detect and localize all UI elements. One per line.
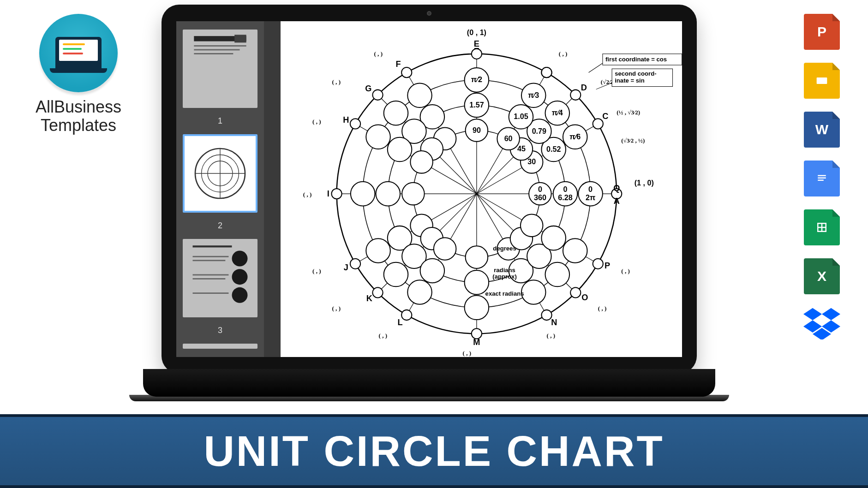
bubble-pi2: π⁄2 [471, 75, 482, 83]
bubble-d60: 60 [504, 134, 513, 143]
perimeter-J: J [344, 263, 348, 272]
svg-point-52 [372, 90, 383, 100]
legend-radians-approx: radians(approx) [492, 267, 517, 280]
svg-point-61 [593, 259, 603, 269]
perimeter-O: O [581, 293, 588, 302]
svg-point-60 [570, 287, 581, 298]
svg-point-70 [410, 151, 433, 173]
perimeter-E: E [474, 39, 479, 48]
laptop-mockup: 1 2 3 [143, 5, 715, 411]
perimeter-label-Q: Q [613, 184, 620, 193]
svg-point-94 [541, 226, 566, 250]
svg-rect-29 [193, 278, 226, 280]
svg-text:(  ,  ): ( , ) [547, 332, 556, 339]
legend-degrees: degrees [493, 245, 516, 252]
svg-point-107 [465, 296, 489, 320]
svg-point-44 [593, 119, 603, 129]
svg-rect-2 [818, 178, 826, 179]
svg-point-108 [521, 280, 546, 304]
bubble-d90: 90 [473, 126, 481, 134]
svg-point-86 [388, 137, 412, 162]
page-title: UNIT CIRCLE CHART [204, 427, 664, 476]
perimeter-F: F [395, 60, 401, 69]
svg-point-51 [401, 67, 412, 77]
svg-point-109 [545, 262, 570, 287]
laptop-screen: 1 2 3 [176, 21, 682, 357]
bubble-r105: 1.05 [514, 112, 528, 120]
svg-point-53 [350, 119, 360, 129]
svg-point-104 [366, 238, 390, 263]
bubble-r052: 0.52 [546, 145, 561, 153]
svg-point-103 [351, 182, 375, 206]
svg-text:(  ,  ): ( , ) [559, 50, 568, 57]
coord-c3: (√3⁄2 , ½) [621, 137, 645, 144]
brand-logo-icon [39, 14, 118, 92]
svg-rect-14 [194, 49, 239, 51]
svg-text:360: 360 [534, 193, 546, 202]
svg-rect-27 [193, 260, 226, 261]
svg-text:(  ,  ): ( , ) [332, 78, 341, 85]
svg-point-71 [402, 183, 425, 205]
perimeter-M: M [473, 338, 480, 347]
thumbnail-page-2[interactable] [183, 134, 257, 213]
svg-rect-30 [193, 292, 229, 294]
svg-point-56 [372, 287, 383, 298]
svg-text:(  ,  ): ( , ) [463, 350, 472, 357]
svg-point-100 [407, 83, 432, 107]
svg-point-54 [331, 189, 341, 199]
svg-text:C: C [602, 112, 608, 121]
svg-text:(  ,  ): ( , ) [621, 268, 630, 274]
svg-point-105 [384, 262, 408, 287]
perimeter-H: H [343, 115, 349, 125]
title-bar: UNIT CIRCLE CHART [0, 414, 868, 488]
svg-text:(  ,  ): ( , ) [303, 191, 312, 198]
svg-rect-16 [234, 35, 246, 42]
svg-rect-0 [817, 77, 827, 84]
bubble-pi4: π⁄4 [552, 108, 563, 117]
svg-text:(  ,  ): ( , ) [312, 268, 321, 274]
svg-point-57 [401, 310, 412, 320]
svg-point-50 [472, 49, 482, 59]
svg-text:(  ,  ): ( , ) [374, 50, 383, 57]
google-sheets-icon [804, 209, 840, 245]
sidebar-gutter [264, 21, 281, 357]
svg-rect-3 [818, 180, 824, 181]
svg-text:(  ,  ): ( , ) [379, 332, 388, 339]
svg-point-23 [232, 251, 248, 267]
svg-rect-13 [194, 45, 246, 47]
svg-point-110 [563, 238, 587, 263]
svg-text:2π: 2π [586, 193, 595, 202]
thumbnail-page-4[interactable] [183, 344, 257, 349]
unit-circle-document: A Q C D E E F G [281, 21, 682, 357]
thumbnail-label-2: 2 [183, 221, 257, 231]
perimeter-N: N [551, 318, 557, 327]
svg-point-55 [350, 259, 360, 269]
svg-point-59 [541, 310, 551, 320]
thumbnail-page-3[interactable] [183, 239, 257, 317]
bubble-r079: 0.79 [532, 127, 546, 135]
perimeter-label-A: A [614, 196, 620, 206]
bubble-pi6: π⁄6 [569, 132, 581, 141]
svg-point-101 [384, 101, 408, 125]
powerpoint-icon: P [804, 14, 840, 50]
axis-label-right: (1 , 0) [635, 179, 654, 187]
svg-marker-8 [822, 308, 840, 321]
svg-point-106 [407, 280, 432, 304]
google-slides-icon [804, 63, 840, 99]
svg-point-102 [366, 125, 390, 149]
svg-rect-22 [193, 245, 232, 247]
brand-block: AllBusinessTemplates [18, 14, 138, 134]
thumbnail-sidebar[interactable]: 1 2 3 [176, 21, 264, 357]
thumbnail-page-1[interactable] [183, 30, 257, 108]
svg-text:6.28: 6.28 [558, 193, 572, 202]
axis-label-top: (0 , 1) [467, 28, 486, 36]
svg-point-90 [420, 259, 445, 283]
thumbnail-label-1: 1 [183, 116, 257, 126]
svg-point-75 [466, 246, 488, 268]
svg-text:first coordinate = cos: first coordinate = cos [605, 56, 667, 63]
svg-text:(  ,  ): ( , ) [332, 305, 341, 312]
camera-icon [427, 11, 431, 16]
dropbox-icon [803, 307, 840, 339]
svg-text:second coord-: second coord- [615, 70, 656, 77]
svg-text:0: 0 [588, 185, 593, 193]
